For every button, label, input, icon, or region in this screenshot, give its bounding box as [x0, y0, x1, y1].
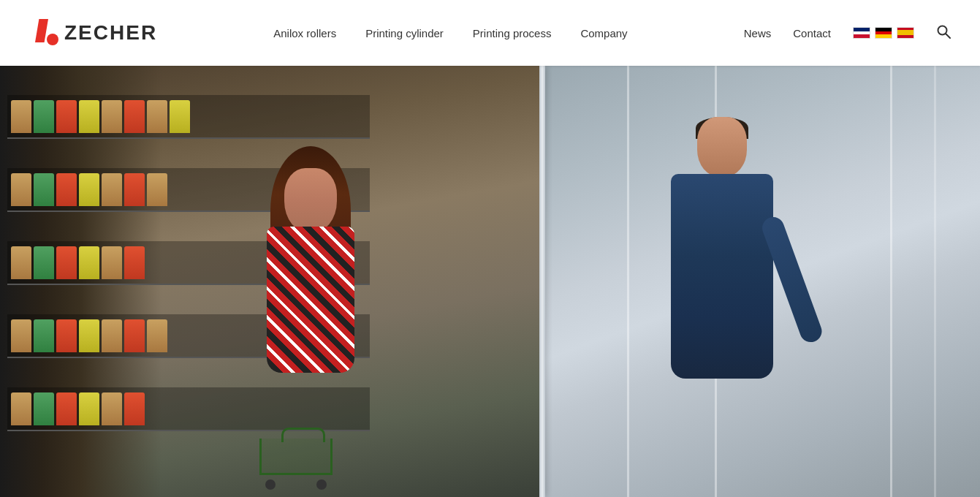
- shelf-item: [102, 100, 122, 133]
- shelf-item: [11, 392, 31, 425]
- hero-left-panel: [0, 66, 539, 497]
- svg-point-0: [938, 26, 946, 34]
- shelf-item: [34, 392, 54, 425]
- shelf-item: [124, 319, 145, 352]
- shelf-item: [124, 100, 145, 133]
- shelf-item: [11, 246, 31, 279]
- logo[interactable]: ZECHER: [29, 18, 157, 48]
- hero-right-panel: [539, 66, 980, 497]
- nav-contact[interactable]: Contact: [793, 27, 831, 39]
- shelf-item: [79, 319, 99, 352]
- glass-line-3: [890, 66, 892, 497]
- brand-name: ZECHER: [64, 21, 157, 45]
- secondary-nav: News Contact: [744, 24, 951, 42]
- hero-image: [0, 66, 980, 497]
- lang-de[interactable]: [875, 27, 892, 39]
- shelf-item: [11, 173, 31, 206]
- shelf-item: [102, 392, 122, 425]
- shelf-item: [147, 100, 167, 133]
- shelf-item: [34, 246, 54, 279]
- nav-news[interactable]: News: [744, 27, 772, 39]
- shelf-item: [56, 173, 77, 206]
- woman-body: [267, 227, 354, 373]
- logo-icon: [29, 18, 60, 48]
- search-button[interactable]: [936, 24, 951, 42]
- man-head: [697, 117, 747, 177]
- shelf-item: [56, 246, 77, 279]
- svg-line-1: [946, 34, 950, 38]
- shelf-item: [34, 319, 54, 352]
- glass-divider-1: [539, 66, 545, 497]
- shelf-item: [56, 319, 77, 352]
- nav-printing-cylinder[interactable]: Printing cylinder: [365, 27, 444, 39]
- woman-face: [284, 168, 337, 234]
- cart-wheel-left: [265, 479, 276, 490]
- shelf-item: [79, 392, 99, 425]
- language-switcher: [853, 27, 914, 39]
- shelf-item: [79, 100, 99, 133]
- primary-nav: Anilox rollers Printing cylinder Printin…: [273, 27, 627, 39]
- shelf-item: [102, 173, 122, 206]
- shelf-item: [124, 392, 145, 425]
- shelf-item: [102, 319, 122, 352]
- shelf-row: [7, 95, 370, 139]
- site-header: ZECHER Anilox rollers Printing cylinder …: [0, 0, 980, 66]
- shelf-item: [11, 319, 31, 352]
- shelf-item: [56, 100, 77, 133]
- man-body: [671, 174, 773, 379]
- shelf-item: [34, 100, 54, 133]
- glass-line-4: [934, 66, 936, 497]
- cart-basket: [259, 439, 333, 475]
- shelf-item: [11, 100, 31, 133]
- man-figure: [627, 117, 817, 497]
- shelf-item: [147, 173, 167, 206]
- shelf-item: [124, 173, 145, 206]
- nav-company[interactable]: Company: [580, 27, 627, 39]
- hero-section: [0, 66, 980, 497]
- shelf-item: [102, 246, 122, 279]
- shelf-item: [79, 246, 99, 279]
- shelf-item: [56, 392, 77, 425]
- nav-printing-process[interactable]: Printing process: [473, 27, 552, 39]
- man-arm: [759, 214, 825, 345]
- shopping-cart: [252, 431, 340, 490]
- shelf-item: [147, 319, 167, 352]
- lang-en[interactable]: [853, 27, 870, 39]
- lang-es[interactable]: [897, 27, 914, 39]
- cart-wheel-right: [316, 479, 327, 490]
- shelf-item: [170, 100, 190, 133]
- shelf-item: [34, 173, 54, 206]
- nav-anilox-rollers[interactable]: Anilox rollers: [273, 27, 336, 39]
- shelf-item: [124, 246, 145, 279]
- shelf-item: [79, 173, 99, 206]
